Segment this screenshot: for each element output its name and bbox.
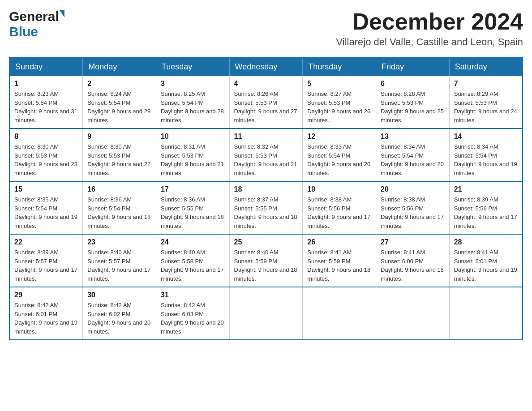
weekday-header-saturday: Saturday bbox=[449, 57, 523, 76]
day-info: Sunrise: 8:35 AMSunset: 5:54 PMDaylight:… bbox=[14, 195, 78, 230]
day-info: Sunrise: 8:23 AMSunset: 5:54 PMDaylight:… bbox=[14, 90, 78, 124]
day-number: 13 bbox=[381, 133, 445, 141]
calendar-cell: 27Sunrise: 8:41 AMSunset: 6:00 PMDayligh… bbox=[376, 234, 450, 287]
calendar-table: SundayMondayTuesdayWednesdayThursdayFrid… bbox=[9, 57, 523, 340]
day-number: 21 bbox=[454, 185, 518, 193]
day-number: 29 bbox=[14, 291, 78, 299]
day-number: 4 bbox=[234, 80, 298, 88]
day-number: 9 bbox=[87, 133, 151, 141]
day-number: 31 bbox=[161, 291, 225, 299]
calendar-week-5: 29Sunrise: 8:42 AMSunset: 6:01 PMDayligh… bbox=[9, 287, 523, 340]
day-number: 19 bbox=[307, 185, 371, 193]
calendar-cell: 14Sunrise: 8:34 AMSunset: 5:54 PMDayligh… bbox=[449, 128, 523, 181]
weekday-header-tuesday: Tuesday bbox=[156, 57, 229, 76]
day-number: 24 bbox=[161, 238, 225, 246]
calendar-cell: 7Sunrise: 8:29 AMSunset: 5:53 PMDaylight… bbox=[449, 76, 523, 128]
calendar-cell: 31Sunrise: 8:42 AMSunset: 6:03 PMDayligh… bbox=[156, 287, 229, 340]
calendar-cell bbox=[376, 287, 450, 340]
day-info: Sunrise: 8:30 AMSunset: 5:53 PMDaylight:… bbox=[87, 142, 151, 177]
day-number: 28 bbox=[454, 238, 518, 246]
day-info: Sunrise: 8:40 AMSunset: 5:57 PMDaylight:… bbox=[87, 248, 151, 283]
calendar-week-3: 15Sunrise: 8:35 AMSunset: 5:54 PMDayligh… bbox=[9, 181, 523, 234]
calendar-cell: 19Sunrise: 8:38 AMSunset: 5:56 PMDayligh… bbox=[303, 181, 376, 234]
day-info: Sunrise: 8:41 AMSunset: 6:01 PMDaylight:… bbox=[454, 248, 518, 283]
day-number: 26 bbox=[307, 238, 371, 246]
day-info: Sunrise: 8:24 AMSunset: 5:54 PMDaylight:… bbox=[87, 90, 151, 124]
calendar-week-1: 1Sunrise: 8:23 AMSunset: 5:54 PMDaylight… bbox=[9, 76, 523, 128]
calendar-cell: 5Sunrise: 8:27 AMSunset: 5:53 PMDaylight… bbox=[303, 76, 376, 128]
day-number: 27 bbox=[381, 238, 445, 246]
day-number: 14 bbox=[454, 133, 518, 141]
logo: General Blue bbox=[9, 9, 64, 39]
day-info: Sunrise: 8:42 AMSunset: 6:03 PMDaylight:… bbox=[161, 301, 225, 336]
day-number: 23 bbox=[87, 238, 151, 246]
calendar-cell: 29Sunrise: 8:42 AMSunset: 6:01 PMDayligh… bbox=[9, 287, 83, 340]
calendar-cell: 11Sunrise: 8:32 AMSunset: 5:53 PMDayligh… bbox=[229, 128, 303, 181]
calendar-cell: 13Sunrise: 8:34 AMSunset: 5:54 PMDayligh… bbox=[376, 128, 450, 181]
day-number: 3 bbox=[161, 80, 225, 88]
calendar-cell bbox=[303, 287, 376, 340]
day-info: Sunrise: 8:36 AMSunset: 5:55 PMDaylight:… bbox=[161, 195, 225, 230]
day-number: 20 bbox=[381, 185, 445, 193]
day-info: Sunrise: 8:39 AMSunset: 5:56 PMDaylight:… bbox=[454, 195, 518, 230]
day-info: Sunrise: 8:31 AMSunset: 5:53 PMDaylight:… bbox=[161, 142, 225, 177]
day-number: 5 bbox=[307, 80, 371, 88]
calendar-cell: 21Sunrise: 8:39 AMSunset: 5:56 PMDayligh… bbox=[449, 181, 523, 234]
day-info: Sunrise: 8:41 AMSunset: 6:00 PMDaylight:… bbox=[381, 248, 445, 283]
day-number: 25 bbox=[234, 238, 298, 246]
calendar-cell: 10Sunrise: 8:31 AMSunset: 5:53 PMDayligh… bbox=[156, 128, 229, 181]
calendar-cell bbox=[449, 287, 523, 340]
day-info: Sunrise: 8:32 AMSunset: 5:53 PMDaylight:… bbox=[234, 142, 298, 177]
calendar-cell: 28Sunrise: 8:41 AMSunset: 6:01 PMDayligh… bbox=[449, 234, 523, 287]
calendar-cell: 22Sunrise: 8:39 AMSunset: 5:57 PMDayligh… bbox=[9, 234, 83, 287]
day-info: Sunrise: 8:40 AMSunset: 5:59 PMDaylight:… bbox=[234, 248, 298, 283]
weekday-header-friday: Friday bbox=[376, 57, 450, 76]
day-info: Sunrise: 8:40 AMSunset: 5:58 PMDaylight:… bbox=[161, 248, 225, 283]
day-number: 15 bbox=[14, 185, 78, 193]
day-info: Sunrise: 8:42 AMSunset: 6:02 PMDaylight:… bbox=[87, 301, 151, 336]
weekday-header-wednesday: Wednesday bbox=[229, 57, 303, 76]
logo-general-text: General bbox=[9, 9, 59, 24]
day-number: 18 bbox=[234, 185, 298, 193]
logo-flag-icon bbox=[60, 10, 64, 17]
page-header: General Blue December 2024 Villarejo del… bbox=[9, 9, 523, 48]
day-info: Sunrise: 8:29 AMSunset: 5:53 PMDaylight:… bbox=[454, 90, 518, 124]
calendar-body: 1Sunrise: 8:23 AMSunset: 5:54 PMDaylight… bbox=[9, 76, 523, 340]
weekday-header-monday: Monday bbox=[83, 57, 156, 76]
day-number: 17 bbox=[161, 185, 225, 193]
day-info: Sunrise: 8:34 AMSunset: 5:54 PMDaylight:… bbox=[381, 142, 445, 177]
day-number: 10 bbox=[161, 133, 225, 141]
day-info: Sunrise: 8:30 AMSunset: 5:53 PMDaylight:… bbox=[14, 142, 78, 177]
title-section: December 2024 Villarejo del Valle, Casti… bbox=[336, 9, 523, 48]
calendar-cell: 26Sunrise: 8:41 AMSunset: 5:59 PMDayligh… bbox=[303, 234, 376, 287]
day-info: Sunrise: 8:33 AMSunset: 5:54 PMDaylight:… bbox=[307, 142, 371, 177]
day-info: Sunrise: 8:38 AMSunset: 5:56 PMDaylight:… bbox=[381, 195, 445, 230]
day-number: 12 bbox=[307, 133, 371, 141]
weekday-header-thursday: Thursday bbox=[303, 57, 376, 76]
day-info: Sunrise: 8:28 AMSunset: 5:53 PMDaylight:… bbox=[381, 90, 445, 124]
calendar-cell: 9Sunrise: 8:30 AMSunset: 5:53 PMDaylight… bbox=[83, 128, 156, 181]
day-info: Sunrise: 8:42 AMSunset: 6:01 PMDaylight:… bbox=[14, 301, 78, 336]
calendar-cell: 16Sunrise: 8:36 AMSunset: 5:54 PMDayligh… bbox=[83, 181, 156, 234]
calendar-cell: 4Sunrise: 8:26 AMSunset: 5:53 PMDaylight… bbox=[229, 76, 303, 128]
day-number: 1 bbox=[14, 80, 78, 88]
calendar-cell: 8Sunrise: 8:30 AMSunset: 5:53 PMDaylight… bbox=[9, 128, 83, 181]
calendar-cell: 1Sunrise: 8:23 AMSunset: 5:54 PMDaylight… bbox=[9, 76, 83, 128]
calendar-cell: 3Sunrise: 8:25 AMSunset: 5:54 PMDaylight… bbox=[156, 76, 229, 128]
day-info: Sunrise: 8:27 AMSunset: 5:53 PMDaylight:… bbox=[307, 90, 371, 124]
day-number: 8 bbox=[14, 133, 78, 141]
day-info: Sunrise: 8:34 AMSunset: 5:54 PMDaylight:… bbox=[454, 142, 518, 177]
day-info: Sunrise: 8:37 AMSunset: 5:55 PMDaylight:… bbox=[234, 195, 298, 230]
day-info: Sunrise: 8:38 AMSunset: 5:56 PMDaylight:… bbox=[307, 195, 371, 230]
calendar-cell: 2Sunrise: 8:24 AMSunset: 5:54 PMDaylight… bbox=[83, 76, 156, 128]
calendar-header-row: SundayMondayTuesdayWednesdayThursdayFrid… bbox=[9, 57, 523, 76]
day-number: 11 bbox=[234, 133, 298, 141]
day-number: 7 bbox=[454, 80, 518, 88]
calendar-cell: 12Sunrise: 8:33 AMSunset: 5:54 PMDayligh… bbox=[303, 128, 376, 181]
calendar-week-4: 22Sunrise: 8:39 AMSunset: 5:57 PMDayligh… bbox=[9, 234, 523, 287]
day-info: Sunrise: 8:26 AMSunset: 5:53 PMDaylight:… bbox=[234, 90, 298, 124]
day-info: Sunrise: 8:25 AMSunset: 5:54 PMDaylight:… bbox=[161, 90, 225, 124]
day-number: 30 bbox=[87, 291, 151, 299]
calendar-cell: 30Sunrise: 8:42 AMSunset: 6:02 PMDayligh… bbox=[83, 287, 156, 340]
day-number: 2 bbox=[87, 80, 151, 88]
